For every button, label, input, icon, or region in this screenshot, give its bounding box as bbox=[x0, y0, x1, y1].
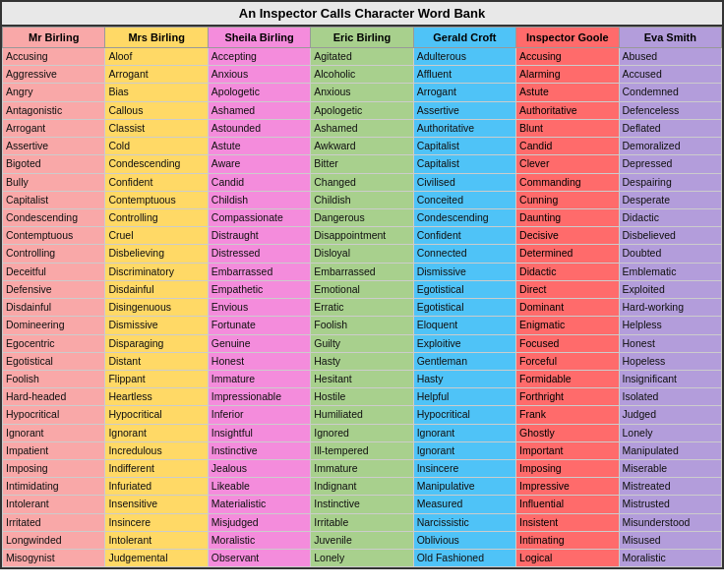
word-cell-sheila-birling: Jealous bbox=[208, 460, 310, 478]
word-cell-mrs-birling: Disbelieving bbox=[105, 245, 208, 263]
word-cell-mrs-birling: Discriminatory bbox=[105, 263, 208, 280]
word-cell-eva-smith: Exploited bbox=[619, 280, 721, 298]
word-cell-gerald-croft: Adulterous bbox=[413, 48, 515, 66]
word-cell-eva-smith: Deflated bbox=[619, 119, 721, 137]
word-cell-inspector-goole: Accusing bbox=[516, 48, 619, 66]
word-cell-sheila-birling: Impressionable bbox=[208, 388, 310, 406]
word-cell-sheila-birling: Aware bbox=[208, 155, 310, 173]
word-cell-mrs-birling: Insincere bbox=[105, 513, 208, 531]
word-cell-eric-birling: Irritable bbox=[311, 513, 413, 531]
word-cell-mr-birling: Defensive bbox=[3, 280, 105, 298]
table-row: DefensiveDisdainfulEmpatheticEmotionalEg… bbox=[3, 280, 722, 298]
table-row: ControllingDisbelievingDistressedDisloya… bbox=[3, 245, 722, 263]
word-cell-inspector-goole: Forthright bbox=[516, 388, 619, 406]
word-cell-mrs-birling: Arrogant bbox=[105, 66, 208, 84]
word-cell-inspector-goole: Decisive bbox=[516, 227, 619, 245]
word-cell-sheila-birling: Envious bbox=[208, 299, 310, 317]
table-row: AntagonisticCallousAshamedApologeticAsse… bbox=[3, 101, 722, 119]
word-cell-mrs-birling: Intolerant bbox=[105, 531, 208, 549]
word-cell-eva-smith: Miserable bbox=[619, 460, 721, 478]
word-cell-eva-smith: Despairing bbox=[619, 173, 721, 191]
word-cell-eric-birling: Changed bbox=[311, 173, 413, 191]
word-cell-mrs-birling: Confident bbox=[105, 173, 208, 191]
word-cell-sheila-birling: Likeable bbox=[208, 478, 310, 496]
word-cell-sheila-birling: Distressed bbox=[208, 245, 310, 263]
table-row: IrritatedInsincereMisjudgedIrritableNarc… bbox=[3, 513, 722, 531]
word-cell-eric-birling: Embarrassed bbox=[311, 263, 413, 280]
word-cell-inspector-goole: Ghostly bbox=[516, 424, 619, 441]
word-cell-eric-birling: Juvenile bbox=[311, 531, 413, 549]
table-row: ImposingIndifferentJealousImmatureInsinc… bbox=[3, 460, 722, 478]
word-cell-sheila-birling: Ashamed bbox=[208, 101, 310, 119]
table-row: DisdainfulDisingenuousEnviousErraticEgot… bbox=[3, 299, 722, 317]
word-cell-mrs-birling: Judgemental bbox=[105, 550, 208, 567]
word-cell-mrs-birling: Hypocritical bbox=[105, 406, 208, 424]
word-cell-gerald-croft: Capitalist bbox=[413, 155, 515, 173]
word-cell-eric-birling: Hasty bbox=[311, 352, 413, 370]
word-cell-eva-smith: Misunderstood bbox=[619, 513, 721, 531]
word-cell-mr-birling: Arrogant bbox=[3, 119, 105, 137]
word-cell-sheila-birling: Candid bbox=[208, 173, 310, 191]
word-cell-mr-birling: Bully bbox=[3, 173, 105, 191]
word-cell-eric-birling: Dangerous bbox=[311, 208, 413, 226]
word-cell-sheila-birling: Anxious bbox=[208, 66, 310, 84]
column-header-inspector-goole: Inspector Goole bbox=[516, 28, 619, 48]
word-cell-mr-birling: Antagonistic bbox=[3, 101, 105, 119]
word-cell-mr-birling: Hard-headed bbox=[3, 388, 105, 406]
word-cell-inspector-goole: Blunt bbox=[516, 119, 619, 137]
word-cell-inspector-goole: Authoritative bbox=[516, 101, 619, 119]
word-cell-sheila-birling: Moralistic bbox=[208, 531, 310, 549]
word-cell-mr-birling: Longwinded bbox=[3, 531, 105, 549]
word-cell-gerald-croft: Ignorant bbox=[413, 441, 515, 459]
word-cell-inspector-goole: Alarming bbox=[516, 66, 619, 84]
word-cell-gerald-croft: Connected bbox=[413, 245, 515, 263]
word-cell-mrs-birling: Classist bbox=[105, 119, 208, 137]
word-cell-mr-birling: Foolish bbox=[3, 370, 105, 387]
word-cell-inspector-goole: Clever bbox=[516, 155, 619, 173]
word-cell-gerald-croft: Oblivious bbox=[413, 531, 515, 549]
table-row: HypocriticalHypocriticalInferiorHumiliat… bbox=[3, 406, 722, 424]
word-cell-sheila-birling: Accepting bbox=[208, 48, 310, 66]
word-cell-eric-birling: Hostile bbox=[311, 388, 413, 406]
word-cell-eric-birling: Awkward bbox=[311, 138, 413, 155]
word-cell-gerald-croft: Hypocritical bbox=[413, 406, 515, 424]
word-cell-inspector-goole: Formidable bbox=[516, 370, 619, 387]
word-cell-mr-birling: Misogynist bbox=[3, 550, 105, 567]
word-cell-mrs-birling: Aloof bbox=[105, 48, 208, 66]
column-header-gerald-croft: Gerald Croft bbox=[413, 28, 515, 48]
word-cell-eric-birling: Alcoholic bbox=[311, 66, 413, 84]
word-cell-gerald-croft: Arrogant bbox=[413, 84, 515, 101]
word-cell-gerald-croft: Civilised bbox=[413, 173, 515, 191]
word-cell-eva-smith: Didactic bbox=[619, 208, 721, 226]
word-cell-mr-birling: Domineering bbox=[3, 317, 105, 334]
table-row: ImpatientIncredulousInstinctiveIll-tempe… bbox=[3, 441, 722, 459]
word-cell-sheila-birling: Childish bbox=[208, 191, 310, 208]
word-cell-eva-smith: Hard-working bbox=[619, 299, 721, 317]
word-cell-eric-birling: Agitated bbox=[311, 48, 413, 66]
word-cell-mr-birling: Ignorant bbox=[3, 424, 105, 441]
word-cell-mrs-birling: Incredulous bbox=[105, 441, 208, 459]
word-cell-gerald-croft: Insincere bbox=[413, 460, 515, 478]
word-cell-eva-smith: Desperate bbox=[619, 191, 721, 208]
word-cell-gerald-croft: Ignorant bbox=[413, 424, 515, 441]
word-cell-inspector-goole: Logical bbox=[516, 550, 619, 567]
word-cell-eric-birling: Apologetic bbox=[311, 101, 413, 119]
word-cell-eric-birling: Bitter bbox=[311, 155, 413, 173]
word-cell-eric-birling: Anxious bbox=[311, 84, 413, 101]
word-cell-gerald-croft: Egotistical bbox=[413, 280, 515, 298]
word-cell-mrs-birling: Disparaging bbox=[105, 334, 208, 352]
word-cell-inspector-goole: Candid bbox=[516, 138, 619, 155]
word-cell-sheila-birling: Observant bbox=[208, 550, 310, 567]
word-cell-mrs-birling: Insensitive bbox=[105, 496, 208, 513]
word-cell-mr-birling: Accusing bbox=[3, 48, 105, 66]
word-cell-mr-birling: Imposing bbox=[3, 460, 105, 478]
table-row: MisogynistJudgementalObservantLonelyOld … bbox=[3, 550, 722, 567]
word-cell-sheila-birling: Apologetic bbox=[208, 84, 310, 101]
word-cell-sheila-birling: Distraught bbox=[208, 227, 310, 245]
word-cell-mrs-birling: Infuriated bbox=[105, 478, 208, 496]
word-cell-inspector-goole: Cunning bbox=[516, 191, 619, 208]
word-cell-inspector-goole: Influential bbox=[516, 496, 619, 513]
word-cell-inspector-goole: Imposing bbox=[516, 460, 619, 478]
word-cell-eva-smith: Emblematic bbox=[619, 263, 721, 280]
word-cell-gerald-croft: Hasty bbox=[413, 370, 515, 387]
